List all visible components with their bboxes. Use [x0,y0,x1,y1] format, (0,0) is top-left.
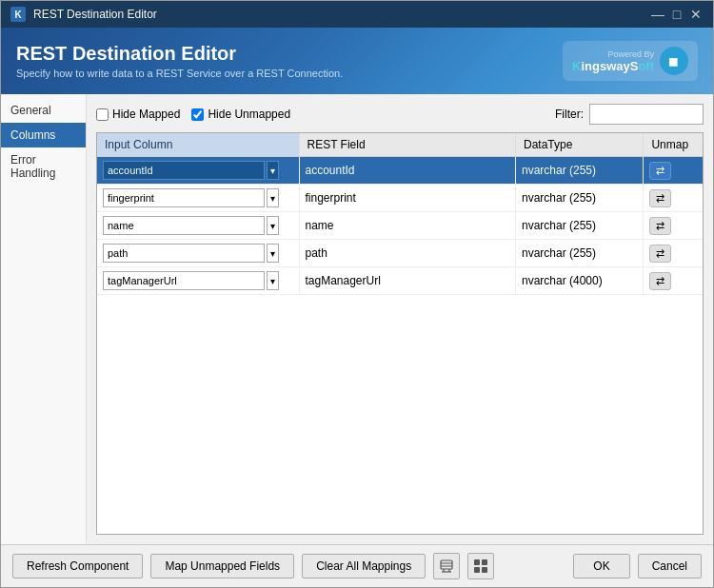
hide-unmapped-label[interactable]: Hide Unmapped [191,108,290,121]
svg-rect-0 [441,560,452,569]
hide-mapped-label[interactable]: Hide Mapped [96,108,180,121]
input-column-field-5[interactable] [103,271,265,290]
hide-mapped-checkbox[interactable] [96,108,109,121]
title-bar-text: REST Destination Editor [33,8,643,21]
main-panel: Hide Mapped Hide Unmapped Filter: Input … [87,94,713,544]
minimize-button[interactable]: — [650,7,665,22]
input-column-dropdown-2[interactable]: ▾ [267,188,279,207]
maximize-button[interactable]: □ [669,7,684,22]
footer: Refresh Component Map Unmapped Fields Cl… [1,544,713,587]
mappings-table: Input Column REST Field DataType Unmap ▾ [97,133,703,295]
input-column-field-1[interactable] [103,161,265,180]
sidebar-item-general[interactable]: General [1,98,86,123]
header-left: REST Destination Editor Specify how to w… [16,43,343,79]
cell-input-column: ▾ [97,157,299,185]
table-row[interactable]: ▾ tagManagerUrl nvarchar (4000) ⇄ [97,267,703,295]
table-row[interactable]: ▾ accountId nvarchar (255) ⇄ [97,157,703,185]
filter-label: Filter: [555,108,584,121]
window: K REST Destination Editor — □ ✕ REST Des… [0,0,714,588]
cancel-button[interactable]: Cancel [638,554,702,578]
filter-area: Filter: [555,104,704,125]
input-column-dropdown-4[interactable]: ▾ [267,244,279,263]
sidebar-item-columns[interactable]: Columns [1,123,86,147]
table-container: Input Column REST Field DataType Unmap ▾ [96,132,704,535]
filter-input[interactable] [589,104,704,125]
input-column-field-4[interactable] [103,244,265,263]
unmap-button-3[interactable]: ⇄ [649,217,671,235]
refresh-icon [439,559,454,574]
logo-diamond-icon: ◆ [654,41,694,81]
input-column-dropdown-1[interactable]: ▾ [267,161,279,180]
col-header-input-column: Input Column [97,133,299,157]
cell-rest-field-1: accountId [299,157,516,185]
input-column-field-3[interactable] [103,216,265,235]
content: General Columns Error Handling Hide Mapp… [1,94,713,544]
header-subtitle: Specify how to write data to a REST Serv… [16,68,343,79]
app-icon: K [10,7,26,22]
cell-rest-field-2: fingerprint [299,185,516,212]
svg-rect-8 [474,567,480,573]
cell-rest-field-4: path [299,240,516,267]
input-column-dropdown-3[interactable]: ▾ [267,216,279,235]
sidebar-item-error-handling[interactable]: Error Handling [1,147,86,186]
sidebar: General Columns Error Handling [1,94,87,544]
toolbar: Hide Mapped Hide Unmapped Filter: [96,104,704,125]
header-title: REST Destination Editor [16,43,343,65]
logo-brand: KingswaySoft [572,59,654,73]
logo-text: Powered By KingswaySoft [572,49,654,73]
cell-input-column-3: ▾ [97,212,299,240]
logo-powered-by: Powered By [607,49,654,59]
table-row[interactable]: ▾ name nvarchar (255) ⇄ [97,212,703,240]
refresh-component-button[interactable]: Refresh Component [12,554,143,578]
cell-datatype-3: nvarchar (255) [516,212,644,240]
cell-input-column-5: ▾ [97,267,299,295]
ok-button[interactable]: OK [573,554,629,578]
clear-all-mappings-button[interactable]: Clear All Mappings [302,554,426,578]
cell-input-column-2: ▾ [97,185,299,212]
col-header-unmap: Unmap [644,133,703,157]
icon-button-1[interactable] [433,553,460,579]
grid-icon [473,559,488,574]
svg-rect-6 [474,559,480,565]
svg-rect-9 [482,567,487,573]
input-column-field-2[interactable] [103,188,265,207]
cell-unmap-5: ⇄ [644,267,703,295]
cell-unmap-2: ⇄ [644,185,703,212]
title-bar-controls: — □ ✕ [650,7,704,22]
cell-datatype-5: nvarchar (4000) [516,267,644,295]
icon-button-2[interactable] [467,553,494,579]
cell-datatype-4: nvarchar (255) [516,240,644,267]
unmap-button-2[interactable]: ⇄ [649,189,671,207]
unmap-button-4[interactable]: ⇄ [649,245,671,263]
header-logo: Powered By KingswaySoft ◆ [563,41,698,81]
cell-input-column-4: ▾ [97,240,299,267]
cell-datatype-2: nvarchar (255) [516,185,644,212]
table-row[interactable]: ▾ fingerprint nvarchar (255) ⇄ [97,185,703,212]
svg-rect-7 [482,559,487,565]
cell-rest-field-5: tagManagerUrl [299,267,516,295]
map-unmapped-fields-button[interactable]: Map Unmapped Fields [150,554,294,578]
cell-rest-field-3: name [299,212,516,240]
header: REST Destination Editor Specify how to w… [1,28,713,94]
input-column-dropdown-5[interactable]: ▾ [267,271,279,290]
cell-datatype-1: nvarchar (255) [516,157,644,185]
unmap-button-5[interactable]: ⇄ [649,272,671,290]
title-bar: K REST Destination Editor — □ ✕ [1,1,713,28]
table-row[interactable]: ▾ path nvarchar (255) ⇄ [97,240,703,267]
cell-unmap-1: ⇄ [644,157,703,185]
table-header-row: Input Column REST Field DataType Unmap [97,133,703,157]
col-header-rest-field: REST Field [299,133,516,157]
col-header-datatype: DataType [516,133,644,157]
unmap-button-1[interactable]: ⇄ [649,162,671,180]
close-button[interactable]: ✕ [688,7,704,22]
cell-unmap-4: ⇄ [644,240,703,267]
hide-unmapped-checkbox[interactable] [191,108,204,121]
cell-unmap-3: ⇄ [644,212,703,240]
